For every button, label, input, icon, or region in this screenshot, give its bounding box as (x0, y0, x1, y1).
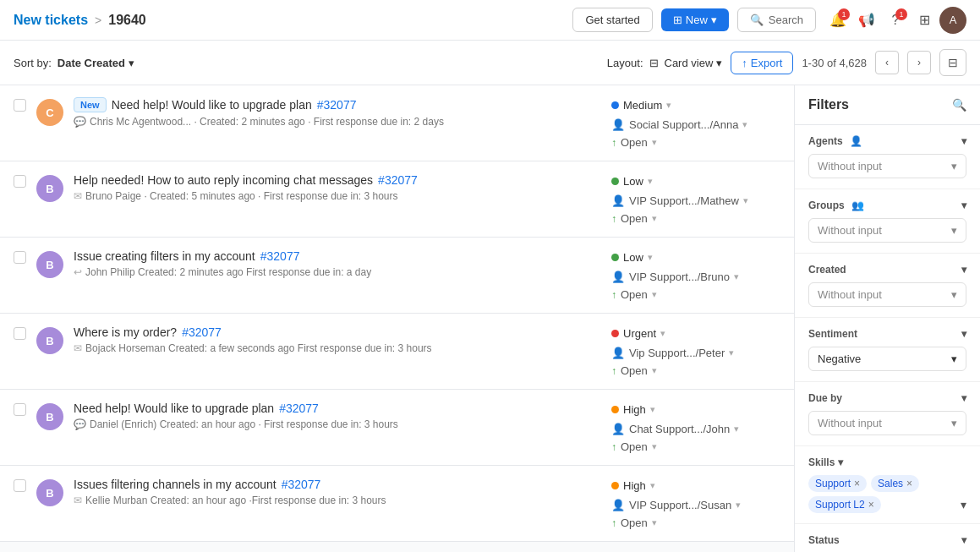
priority-label: High (623, 403, 646, 416)
ticket-checkbox[interactable] (14, 175, 26, 188)
filter-label-due_by[interactable]: Due by ▾ (808, 392, 966, 404)
filter-label-created[interactable]: Created ▾ (808, 264, 966, 276)
status-tag[interactable]: ↑ Open ▾ (611, 212, 657, 225)
filter-value-groups: Without input (818, 224, 882, 237)
ticket-checkbox[interactable] (14, 327, 26, 340)
filter-label-status[interactable]: Status ▾ (808, 534, 966, 546)
ticket-number[interactable]: #32077 (317, 98, 357, 112)
ticket-top: Issue creating filters in my account #32… (74, 249, 601, 263)
priority-tag[interactable]: Low ▾ (611, 173, 653, 189)
new-tickets-link[interactable]: New tickets (14, 13, 88, 28)
ticket-title[interactable]: Need help! Would like to upgrade plan (74, 402, 274, 415)
status-tag[interactable]: ↑ Open ▾ (611, 136, 657, 149)
ticket-checkbox[interactable] (14, 403, 26, 416)
ticket-title[interactable]: Need help! Would like to upgrade plan (112, 98, 312, 112)
status-tag[interactable]: ↑ Open ▾ (611, 516, 657, 529)
ticket-number[interactable]: #32077 (279, 402, 319, 415)
ticket-top: Where is my order? #32077 (74, 325, 601, 339)
toolbar: Sort by: Date Created ▾ Layout: ⊟ Card v… (0, 41, 980, 85)
filter-select-groups[interactable]: Without input ▾ (808, 218, 966, 243)
skill-remove-button[interactable]: × (906, 478, 912, 489)
priority-tag[interactable]: Medium ▾ (611, 97, 671, 113)
next-page-button[interactable]: › (907, 51, 931, 74)
filter-select-due_by[interactable]: Without input ▾ (808, 411, 966, 435)
priority-dot (611, 406, 619, 413)
ticket-row: C New Need help! Would like to upgrade p… (0, 85, 794, 161)
ticket-title[interactable]: Where is my order? (74, 325, 177, 339)
filter-toggle-button[interactable]: ⊟ (939, 49, 966, 76)
layout-button[interactable]: Layout: ⊟ Card view ▾ (607, 57, 722, 69)
ticket-title[interactable]: Issues filtering channels in my account (74, 478, 276, 491)
checkbox-col (14, 478, 26, 529)
assignee-tag[interactable]: 👤 Vip Support.../Peter ▾ (611, 347, 734, 359)
filter-label-agents[interactable]: Agents 👤 ▾ (808, 135, 966, 147)
filter-label-skills[interactable]: Skills ▾ (808, 456, 966, 468)
avatar-col: B (36, 173, 63, 225)
filter-section-created: Created ▾ Without input ▾ (795, 254, 980, 318)
filter-select-agents[interactable]: Without input ▾ (808, 154, 966, 178)
breadcrumb-sep: > (95, 14, 101, 27)
ticket-avatar: B (36, 175, 63, 202)
sort-button[interactable]: Sort by: Date Created ▾ (14, 57, 134, 69)
filters-sidebar: Filters 🔍 Agents 👤 ▾ Without input ▾ Gro… (794, 85, 980, 552)
ticket-main: Issue creating filters in my account #32… (74, 249, 601, 301)
announcements-button[interactable]: 📢 (853, 7, 880, 34)
status-icon: ↑ (611, 441, 616, 453)
filter-section-sentiment: Sentiment ▾ Negative ▾ (795, 318, 980, 382)
chevron-down-icon: ▾ (951, 288, 957, 301)
ticket-top: Help needed! How to auto reply incoming … (74, 173, 601, 187)
filter-select-created[interactable]: Without input ▾ (808, 282, 966, 307)
ticket-number[interactable]: #32077 (378, 173, 418, 187)
ticket-number[interactable]: #32077 (282, 478, 321, 491)
ticket-checkbox[interactable] (14, 99, 26, 112)
filter-label-groups[interactable]: Groups 👥▾ (808, 199, 966, 211)
meta-icon: 💬 (74, 418, 86, 430)
new-button[interactable]: ⊞ New ▾ (661, 8, 729, 31)
filter-label-sentiment[interactable]: Sentiment ▾ (808, 328, 966, 340)
assignee-tag[interactable]: 👤 VIP Support.../Susan ▾ (611, 499, 741, 511)
checkbox-col (14, 402, 26, 453)
priority-tag[interactable]: Low ▾ (611, 249, 653, 265)
chevron-down-icon: ▾ (951, 224, 957, 237)
priority-tag[interactable]: High ▾ (611, 402, 655, 418)
priority-dot (611, 330, 619, 337)
groups-icon: 👥 (851, 199, 864, 211)
assignee-tag[interactable]: 👤 VIP Support.../Bruno ▾ (611, 271, 739, 283)
ticket-title[interactable]: Issue creating filters in my account (74, 249, 255, 263)
assignee-icon: 👤 (611, 423, 625, 435)
filter-select-sentiment[interactable]: Negative ▾ (808, 347, 966, 371)
filters-search-button[interactable]: 🔍 (952, 98, 966, 112)
assignee-tag[interactable]: 👤 Social Support.../Anna ▾ (611, 118, 747, 131)
ticket-checkbox[interactable] (14, 251, 26, 264)
new-badge: New (74, 97, 107, 112)
skill-remove-button[interactable]: × (854, 478, 860, 489)
meta-icon: 💬 (74, 116, 86, 128)
priority-tag[interactable]: High ▾ (611, 478, 655, 494)
search-button[interactable]: 🔍 Search (737, 8, 816, 32)
ticket-actions: Medium ▾ 👤 Social Support.../Anna ▾ ↑ Op… (611, 97, 780, 149)
export-button[interactable]: ↑ Export (731, 52, 793, 74)
notifications-button[interactable]: 🔔 1 (824, 7, 851, 34)
prev-page-button[interactable]: ‹ (875, 51, 899, 74)
ticket-title[interactable]: Help needed! How to auto reply incoming … (74, 173, 373, 187)
status-tag[interactable]: ↑ Open ▾ (611, 288, 657, 301)
skill-remove-button[interactable]: × (868, 499, 874, 511)
assignee-tag[interactable]: 👤 Chat Support.../John ▾ (611, 423, 739, 435)
ticket-meta: ✉ Kellie Murban Created: an hour ago ·Fi… (74, 495, 601, 506)
get-started-button[interactable]: Get started (572, 8, 652, 32)
skills-dropdown-button[interactable]: ▾ (961, 498, 966, 511)
assignee-label: Social Support.../Anna (629, 118, 738, 131)
avatar[interactable]: A (939, 7, 966, 34)
header: New tickets > 19640 Get started ⊞ New ▾ … (0, 0, 980, 41)
grid-button[interactable]: ⊞ (911, 7, 938, 34)
ticket-number[interactable]: #32077 (182, 325, 222, 339)
status-tag[interactable]: ↑ Open ▾ (611, 364, 657, 377)
status-tag[interactable]: ↑ Open ▾ (611, 440, 657, 453)
ticket-number[interactable]: #32077 (260, 249, 300, 263)
priority-tag[interactable]: Urgent ▾ (611, 325, 665, 342)
help-button[interactable]: ? 1 (882, 7, 909, 34)
main-content: C New Need help! Would like to upgrade p… (0, 85, 980, 552)
assignee-tag[interactable]: 👤 VIP Support.../Mathew ▾ (611, 194, 748, 207)
status-label: Open (621, 364, 648, 377)
ticket-checkbox[interactable] (14, 479, 26, 492)
